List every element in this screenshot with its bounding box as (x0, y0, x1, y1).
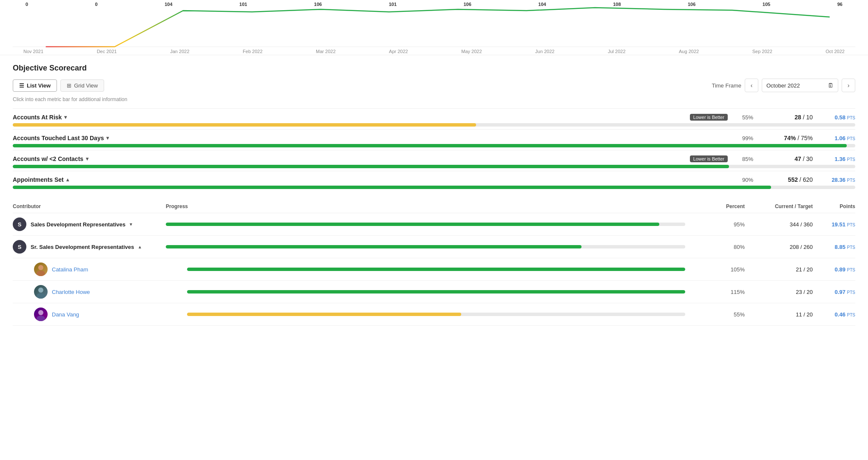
progress-bar-2 (13, 144, 855, 147)
contrib-name-4[interactable]: Dana Vang (52, 311, 79, 318)
timeframe-next-button[interactable]: › (842, 79, 855, 92)
metric-appointments-set: Appointments Set ▴ 90% 552 / 620 28.36 P… (13, 171, 855, 192)
contrib-name-3[interactable]: Charlotte Howe (52, 289, 90, 295)
metric-header-4: Appointments Set ▴ 90% 552 / 620 28.36 P… (13, 176, 855, 183)
metric-header-3: Accounts w/ <2 Contacts ▾ Lower is Bette… (13, 155, 855, 162)
metric-name-1[interactable]: Accounts At Risk ▾ (13, 114, 690, 121)
chart-month-may22: May 2022 (461, 49, 482, 54)
metric-pct-2: 99% (728, 135, 753, 141)
chart-month-jan22: Jan 2022 (170, 49, 189, 54)
metric-pct-1: 55% (728, 114, 753, 121)
contrib-name-cell-3: Charlotte Howe (34, 285, 187, 299)
progress-fill-3 (13, 165, 729, 168)
metric-chevron-4: ▴ (66, 177, 69, 183)
table-row: Charlotte Howe 115% 23 / 20 0.97 PTS (13, 281, 855, 303)
chart-label-105: 105 (763, 2, 770, 7)
chart-bottom-labels: Nov 2021 Dec 2021 Jan 2022 Feb 2022 Mar … (0, 49, 868, 54)
table-row: Catalina Pham 105% 21 / 20 0.89 PTS (13, 258, 855, 281)
contrib-name-2[interactable]: Catalina Pham (52, 266, 88, 273)
scorecard-section: Objective Scorecard ☰ List View ⊞ Grid V… (0, 55, 868, 326)
progress-fill-4 (13, 186, 771, 189)
contrib-name-cell-2: Catalina Pham (34, 262, 187, 276)
svg-point-2 (37, 271, 45, 276)
table-row: S Sales Development Representatives ▾ 95… (13, 213, 855, 236)
contrib-progress-3 (187, 290, 694, 293)
metric-chevron-1: ▾ (64, 114, 67, 120)
contrib-pts-2: 0.89 PTS (813, 266, 855, 273)
svg-point-6 (37, 316, 45, 321)
list-icon: ☰ (19, 82, 24, 89)
grid-icon: ⊞ (67, 82, 71, 89)
chevron-left-icon: ‹ (751, 82, 753, 89)
contrib-pct-3: 115% (694, 289, 745, 295)
contrib-name-cell-1: S Sr. Sales Development Representatives … (13, 240, 166, 254)
chart-label-108: 108 (613, 2, 621, 7)
chart-label-106b: 106 (464, 2, 471, 7)
metric-accounts-touched: Accounts Touched Last 30 Days ▾ 99% 74% … (13, 129, 855, 150)
metric-current-4: 552 / 620 (762, 176, 813, 183)
lower-is-better-badge-3: Lower is Better (690, 155, 728, 162)
chart-month-feb22: Feb 2022 (243, 49, 262, 54)
contrib-chevron-0: ▾ (130, 221, 132, 227)
timeframe-controls: Time Frame ‹ October 2022 🗓 › (712, 79, 855, 92)
avatar-2 (34, 262, 48, 276)
contrib-pct-1: 80% (694, 244, 745, 250)
contrib-name-0: Sales Development Representatives (31, 221, 125, 228)
contrib-pts-1: 8.85 PTS (813, 244, 855, 250)
contrib-pts-0: 19.51 PTS (813, 221, 855, 228)
avatar-3 (34, 285, 48, 299)
metric-header-1: Accounts At Risk ▾ Lower is Better 55% 2… (13, 114, 855, 121)
chart-label-101b: 101 (389, 2, 397, 7)
timeframe-label: Time Frame (712, 82, 741, 89)
view-buttons: ☰ List View ⊞ Grid View (13, 79, 104, 92)
hint-text: Click into each metric bar for additiona… (13, 96, 855, 102)
metric-name-4[interactable]: Appointments Set ▴ (13, 176, 728, 183)
metric-pct-3: 85% (728, 156, 753, 162)
chart-label-106c: 106 (688, 2, 695, 7)
contrib-pct-2: 105% (694, 266, 745, 273)
chart-month-jul22: Jul 2022 (608, 49, 626, 54)
metric-current-3: 47 / 30 (762, 155, 813, 162)
table-header: Contributor Progress Percent Current / T… (13, 200, 855, 213)
contrib-progress-0 (166, 223, 694, 226)
timeframe-prev-button[interactable]: ‹ (745, 79, 758, 92)
progress-fill-2 (13, 144, 847, 147)
timeframe-input[interactable]: October 2022 🗓 (762, 79, 838, 92)
contrib-current-3: 23 / 20 (745, 289, 813, 295)
svg-point-3 (38, 288, 43, 293)
contrib-name-cell-0: S Sales Development Representatives ▾ (13, 217, 166, 231)
chart-label-0a: 0 (26, 2, 28, 7)
metric-current-1: 28 / 10 (762, 114, 813, 121)
metric-pct-4: 90% (728, 177, 753, 183)
metric-name-2[interactable]: Accounts Touched Last 30 Days ▾ (13, 135, 728, 141)
metric-accounts-at-risk: Accounts At Risk ▾ Lower is Better 55% 2… (13, 108, 855, 129)
col-header-progress: Progress (166, 203, 694, 209)
lower-is-better-badge-1: Lower is Better (690, 114, 728, 121)
chart-month-dec21: Dec 2021 (97, 49, 117, 54)
chart-month-jun22: Jun 2022 (535, 49, 554, 54)
chart-top-labels: 0 0 104 101 106 101 106 104 108 106 105 … (0, 2, 868, 7)
contrib-pts-3: 0.97 PTS (813, 289, 855, 295)
chart-month-aug22: Aug 2022 (679, 49, 699, 54)
calendar-icon: 🗓 (828, 82, 834, 89)
chart-month-apr22: Apr 2022 (389, 49, 408, 54)
metrics-list: Accounts At Risk ▾ Lower is Better 55% 2… (13, 108, 855, 192)
chart-label-106a: 106 (314, 2, 322, 7)
list-view-button[interactable]: ☰ List View (13, 79, 57, 92)
page-wrapper: 0 0 104 101 106 101 106 104 108 106 105 … (0, 0, 868, 460)
metric-name-3[interactable]: Accounts w/ <2 Contacts ▾ (13, 155, 690, 162)
progress-bar-3 (13, 165, 855, 168)
contrib-current-0: 344 / 360 (745, 221, 813, 228)
grid-view-button[interactable]: ⊞ Grid View (60, 79, 104, 92)
chart-svg (13, 4, 855, 51)
metric-current-2: 74% / 75% (762, 135, 813, 141)
chart-month-sep22: Sep 2022 (752, 49, 772, 54)
svg-point-1 (38, 265, 43, 270)
contrib-progress-1 (166, 245, 694, 248)
chart-label-104: 104 (165, 2, 172, 7)
trend-line (46, 8, 830, 47)
chart-month-mar22: Mar 2022 (316, 49, 335, 54)
progress-bar-1 (13, 123, 855, 127)
metric-pts-4: 28.36 PTS (821, 177, 855, 183)
col-header-contributor: Contributor (13, 203, 166, 209)
